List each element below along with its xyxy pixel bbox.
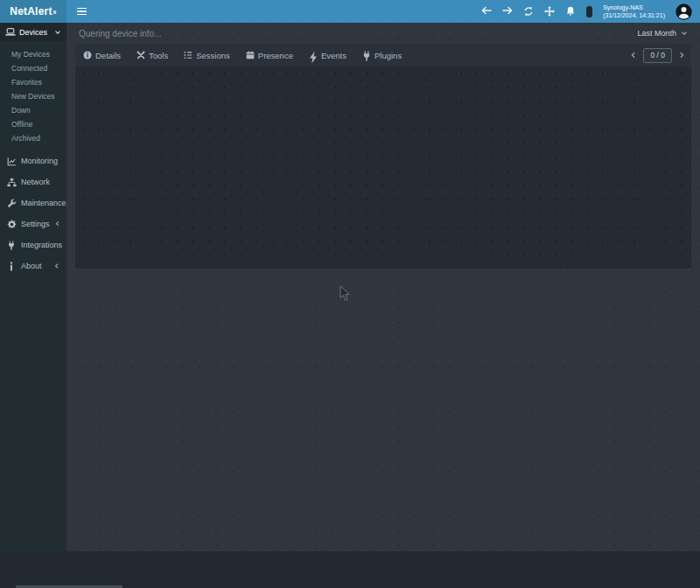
app-logo[interactable]: NetAlertx: [0, 0, 66, 23]
info-icon: [6, 262, 17, 271]
sidebar-item-devices[interactable]: Devices: [0, 23, 66, 41]
nav-forward-icon[interactable]: [502, 6, 513, 17]
page-footer-area: [0, 551, 700, 588]
tab-plugins-label: Plugins: [374, 51, 402, 60]
wrench-icon: [6, 199, 17, 208]
maximize-arrows-icon[interactable]: [544, 6, 555, 17]
sidebar-item-down[interactable]: Down: [0, 103, 66, 117]
tab-sessions-label: Sessions: [196, 51, 230, 60]
sidebar-item-offline[interactable]: Offline: [0, 117, 66, 131]
sidebar-integrations-label: Integrations: [21, 241, 62, 249]
sidebar-network-label: Network: [21, 178, 50, 186]
sidebar-item-settings[interactable]: Settings: [0, 214, 66, 234]
current-device-button[interactable]: Synology-NAS (31/12/2024, 14:31:21): [603, 4, 665, 19]
sidebar-settings-label: Settings: [21, 220, 50, 228]
chevron-down-icon: [54, 29, 61, 36]
sidebar-item-integrations[interactable]: Integrations: [0, 234, 66, 256]
tab-events-label: Events: [321, 51, 346, 60]
app-logo-text: NetAlert: [10, 5, 52, 18]
sidebar-item-archived[interactable]: Archived: [0, 131, 66, 145]
tab-details-label: Details: [95, 51, 121, 60]
tab-content-panel: [75, 66, 691, 269]
devices-submenu: My Devices Connected Favorites New Devic…: [0, 41, 66, 150]
sitemap-icon: [6, 178, 17, 187]
device-tabs-panel: Details Tools Sessions Presence: [75, 44, 691, 269]
plug-icon: [362, 51, 371, 60]
sidebar-item-new-devices[interactable]: New Devices: [0, 89, 66, 103]
refresh-icon[interactable]: [523, 6, 534, 17]
navbar-controls: Synology-NAS (31/12/2024, 14:31:21): [481, 0, 700, 23]
mobile-device-icon[interactable]: [586, 6, 592, 18]
period-selector[interactable]: Last Month: [637, 29, 688, 38]
device-query-status-text: Quering device info...: [79, 29, 162, 38]
sidebar-monitoring-label: Monitoring: [21, 157, 58, 165]
tab-events[interactable]: Events: [301, 44, 354, 66]
sidebar-item-monitoring[interactable]: Monitoring: [0, 150, 66, 172]
tab-details[interactable]: Details: [75, 44, 129, 66]
tab-presence-label: Presence: [258, 51, 293, 60]
tools-icon: [136, 51, 145, 60]
laptop-icon: [5, 28, 16, 36]
bolt-icon: [309, 51, 318, 60]
user-avatar[interactable]: [676, 4, 692, 20]
top-navbar: NetAlertx Synology-NAS (31/12/2024, 14:3…: [0, 0, 700, 23]
sidebar-about-label: About: [21, 262, 42, 270]
tab-sessions[interactable]: Sessions: [176, 44, 238, 66]
sidebar-item-my-devices[interactable]: My Devices: [0, 47, 66, 61]
gear-icon: [6, 220, 17, 229]
chart-line-icon: [6, 157, 17, 166]
tab-plugins[interactable]: Plugins: [354, 44, 410, 66]
device-timestamp: (31/12/2024, 14:31:21): [603, 11, 665, 19]
sidebar-item-favorites[interactable]: Favorites: [0, 75, 66, 89]
tab-tools-label: Tools: [149, 51, 168, 60]
sidebar-maintenance-label: Maintenance: [21, 199, 66, 207]
sidebar-item-maintenance[interactable]: Maintenance: [0, 192, 66, 214]
sidebar-item-about[interactable]: About: [0, 256, 66, 276]
nav-back-icon[interactable]: [481, 6, 492, 17]
plug-icon: [6, 241, 17, 250]
chevron-down-icon: [681, 30, 688, 37]
pager-previous-icon[interactable]: [630, 52, 637, 59]
pager-next-icon[interactable]: [678, 52, 685, 59]
app-logo-superscript: x: [53, 9, 57, 15]
sidebar-toggle-button[interactable]: [66, 0, 97, 23]
calendar-icon: [246, 51, 255, 60]
sidebar-devices-label: Devices: [19, 28, 47, 37]
sidebar: Devices My Devices Connected Favorites N…: [0, 23, 66, 551]
device-name: Synology-NAS: [603, 4, 665, 11]
content-area: Quering device info... Last Month Detail…: [66, 23, 700, 551]
notifications-bell-icon[interactable]: [565, 6, 576, 17]
tab-tools[interactable]: Tools: [129, 44, 176, 66]
sidebar-item-network[interactable]: Network: [0, 172, 66, 192]
tab-bar: Details Tools Sessions Presence: [75, 44, 691, 66]
sidebar-item-connected[interactable]: Connected: [0, 61, 66, 75]
device-pager: 0 / 0: [630, 48, 691, 63]
chevron-left-icon: [53, 262, 60, 270]
info-circle-icon: [83, 51, 92, 60]
list-ol-icon: [184, 51, 192, 60]
pager-count: 0 / 0: [643, 48, 672, 63]
chevron-left-icon: [54, 220, 60, 227]
content-header: Quering device info... Last Month: [66, 23, 700, 44]
tab-presence[interactable]: Presence: [238, 44, 301, 66]
period-selector-value: Last Month: [637, 29, 676, 38]
